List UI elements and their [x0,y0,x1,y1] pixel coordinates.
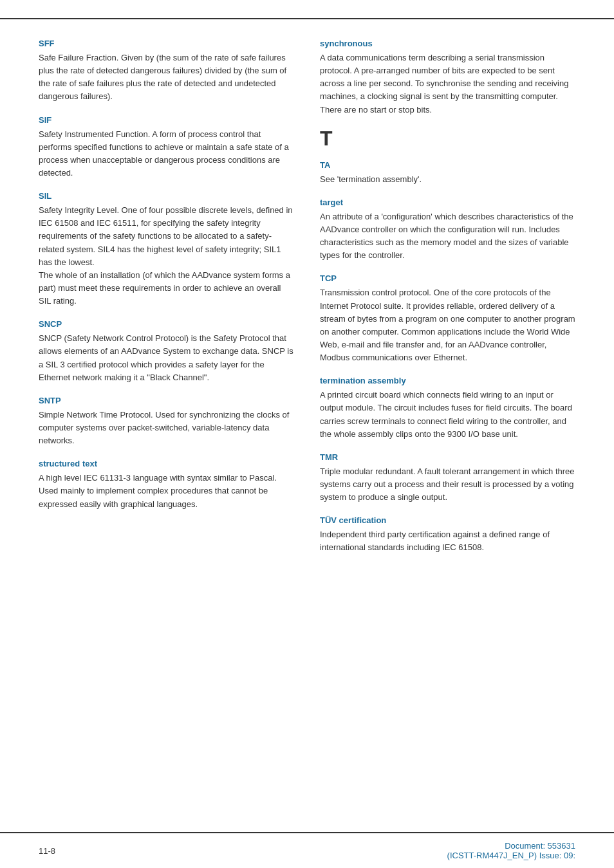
term-structured-text: structured text [39,459,294,468]
footer-page-number: 11-8 [39,846,55,856]
entry-synchronous: synchronousA data communications term de… [320,39,575,116]
body-sncp: SNCP (Safety Network Control Protocol) i… [39,332,294,384]
right-column: synchronousA data communications term de… [320,39,575,566]
term-termination-assembly: termination assembly [320,376,575,385]
entry-sncp: SNCPSNCP (Safety Network Control Protoco… [39,319,294,384]
body-sil: The whole of an installation (of which t… [39,269,294,308]
entry-section-t: T [320,128,575,149]
entry-tcp: TCPTransmission control protocol. One of… [320,273,575,364]
entry-structured-text: structured textA high level IEC 61131-3 … [39,459,294,510]
page: SFFSafe Failure Fraction. Given by (the … [0,0,614,868]
term-ta: TA [320,160,575,170]
term-tcp: TCP [320,273,575,283]
entry-sff: SFFSafe Failure Fraction. Given by (the … [39,39,294,104]
left-column: SFFSafe Failure Fraction. Given by (the … [39,39,294,566]
body-tmr: Triple modular redundant. A fault tolera… [320,465,575,504]
term-synchronous: synchronous [320,39,575,48]
page-footer: 11-8 Document: 553631(ICSTT-RM447J_EN_P)… [0,832,614,868]
entry-tuv-certification: TÜV certificationIndependent third party… [320,515,575,554]
body-ta: See 'termination assembly'. [320,173,575,186]
body-sff: Safe Failure Fraction. Given by (the sum… [39,51,294,104]
entry-sif: SIFSafety Instrumented Function. A form … [39,115,294,180]
body-sif: Safety Instrumented Function. A form of … [39,128,294,180]
body-structured-text: A high level IEC 61131-3 language with s… [39,472,294,510]
entry-tmr: TMRTriple modular redundant. A fault tol… [320,452,575,504]
term-tuv-certification: TÜV certification [320,515,575,525]
body-sntp: Simple Network Time Protocol. Used for s… [39,409,294,447]
entry-sntp: SNTPSimple Network Time Protocol. Used f… [39,396,294,447]
entry-termination-assembly: termination assemblyA printed circuit bo… [320,376,575,441]
body-termination-assembly: A printed circuit board which connects f… [320,389,575,441]
footer-document-info: Document: 553631(ICSTT-RM447J_EN_P) Issu… [447,841,575,860]
term-sntp: SNTP [39,396,294,405]
body-tcp: Transmission control protocol. One of th… [320,286,575,364]
term-sif: SIF [39,115,294,125]
term-sil: SIL [39,191,294,201]
term-section-t: T [320,128,575,149]
body-tuv-certification: Independent third party certification ag… [320,528,575,554]
body-synchronous: A data communications term describing a … [320,51,575,116]
entry-sil: SILSafety Integrity Level. One of four p… [39,191,294,308]
page-content: SFFSafe Failure Fraction. Given by (the … [0,19,614,592]
entry-ta: TASee 'termination assembly'. [320,160,575,186]
entry-target: targetAn attribute of a 'configuration' … [320,198,575,263]
page-header [0,0,614,19]
body-target: An attribute of a 'configuration' which … [320,210,575,263]
term-sff: SFF [39,39,294,48]
body-sil: Safety Integrity Level. One of four poss… [39,204,294,269]
term-tmr: TMR [320,452,575,462]
term-target: target [320,198,575,207]
term-sncp: SNCP [39,319,294,329]
